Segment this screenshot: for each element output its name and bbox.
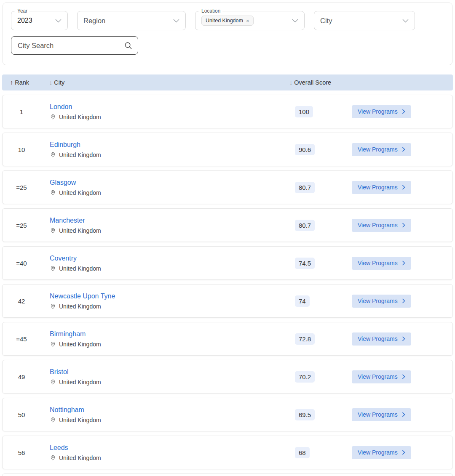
city-link[interactable]: Edinburgh — [50, 141, 80, 149]
view-programs-button[interactable]: View Programs — [352, 257, 411, 270]
chevron-down-icon — [173, 19, 179, 23]
chip-remove-icon[interactable]: × — [246, 18, 249, 24]
action-cell: View Programs — [351, 370, 452, 383]
view-programs-button[interactable]: View Programs — [352, 181, 411, 194]
score-badge: 68 — [295, 447, 310, 458]
rank-value: 50 — [3, 411, 40, 418]
score-cell: 70.2 — [284, 371, 351, 383]
city-link[interactable]: Coventry — [50, 255, 77, 262]
city-dropdown-box[interactable]: City — [314, 11, 415, 30]
filters-row: Year 2023 Region Location — [3, 3, 452, 31]
score-cell: 90.6 — [284, 144, 351, 155]
city-dropdown-placeholder: City — [320, 17, 332, 25]
view-programs-button[interactable]: View Programs — [352, 143, 411, 156]
chevron-right-icon — [402, 147, 405, 152]
view-programs-button[interactable]: View Programs — [352, 105, 411, 118]
chevron-right-icon — [402, 412, 405, 417]
region-dropdown-placeholder: Region — [83, 17, 105, 25]
table-body: 1 London United Kingdom 100 View Program… — [0, 95, 455, 469]
view-programs-label: View Programs — [358, 373, 398, 380]
search-row — [3, 31, 452, 55]
chevron-right-icon — [402, 336, 405, 341]
country-name: United Kingdom — [59, 265, 101, 272]
city-search-box[interactable] — [11, 36, 138, 55]
score-cell: 74.5 — [284, 258, 351, 269]
chevron-right-icon — [402, 185, 405, 190]
rank-value: 49 — [3, 373, 40, 380]
view-programs-label: View Programs — [358, 146, 398, 153]
location-pin-icon — [50, 152, 56, 158]
location-pin-icon — [50, 341, 56, 347]
column-header-overall-score-label: Overall Score — [294, 79, 331, 86]
country-name: United Kingdom — [59, 152, 101, 158]
sort-desc-icon: ↓ — [49, 79, 52, 86]
city-link[interactable]: Birmingham — [50, 330, 86, 338]
rank-value: 42 — [3, 298, 40, 305]
city-link[interactable]: Glasgow — [50, 179, 76, 186]
column-header-city[interactable]: ↓ City — [40, 79, 284, 86]
country-label: United Kingdom — [50, 265, 284, 272]
location-pin-icon — [50, 303, 56, 309]
country-name: United Kingdom — [59, 379, 101, 386]
action-cell: View Programs — [351, 105, 452, 118]
score-cell: 74 — [284, 295, 351, 307]
score-cell: 72.8 — [284, 333, 351, 345]
location-pin-icon — [50, 227, 56, 234]
action-cell: View Programs — [351, 332, 452, 346]
city-link[interactable]: Manchester — [50, 217, 85, 224]
city-link[interactable]: Newcastle Upon Tyne — [50, 293, 115, 300]
page: Year 2023 Region Location — [0, 3, 455, 476]
region-dropdown-box[interactable]: Region — [77, 11, 186, 30]
city-cell: Bristol United Kingdom — [40, 368, 284, 386]
view-programs-button[interactable]: View Programs — [352, 332, 411, 346]
city-cell: Newcastle Upon Tyne United Kingdom — [40, 293, 284, 310]
city-cell: Coventry United Kingdom — [40, 255, 284, 272]
column-header-overall-score[interactable]: ↓ Overall Score — [284, 79, 352, 86]
city-cell: Nottingham United Kingdom — [40, 406, 284, 423]
score-cell: 100 — [284, 106, 351, 117]
view-programs-button[interactable]: View Programs — [352, 295, 411, 308]
score-cell: 69.5 — [284, 409, 351, 420]
city-link[interactable]: Nottingham — [50, 406, 84, 414]
chevron-right-icon — [402, 450, 405, 455]
city-dropdown[interactable]: City — [314, 8, 415, 31]
region-dropdown[interactable]: Region — [77, 8, 186, 31]
chevron-down-icon — [55, 19, 62, 23]
city-link[interactable]: Leeds — [50, 444, 68, 452]
country-label: United Kingdom — [50, 152, 284, 158]
action-cell: View Programs — [351, 181, 452, 194]
table-row: =45 Birmingham United Kingdom 72.8 View … — [2, 322, 453, 356]
rank-value: =25 — [3, 184, 40, 191]
view-programs-label: View Programs — [358, 108, 398, 115]
location-dropdown-label: Location — [199, 8, 222, 14]
city-cell: Manchester United Kingdom — [40, 217, 284, 234]
score-badge: 100 — [295, 106, 313, 117]
view-programs-button[interactable]: View Programs — [352, 446, 411, 459]
column-header-rank[interactable]: ↑ Rank — [2, 79, 40, 86]
year-dropdown[interactable]: Year 2023 — [11, 8, 68, 31]
location-pin-icon — [50, 114, 56, 120]
table-row: 42 Newcastle Upon Tyne United Kingdom 74… — [2, 284, 453, 318]
action-cell: View Programs — [351, 219, 452, 232]
country-name: United Kingdom — [59, 417, 101, 423]
city-cell: Leeds United Kingdom — [40, 444, 284, 461]
view-programs-label: View Programs — [358, 411, 398, 418]
country-name: United Kingdom — [59, 114, 101, 120]
city-link[interactable]: Bristol — [50, 368, 68, 376]
chevron-right-icon — [402, 223, 405, 228]
city-link[interactable]: London — [50, 103, 72, 111]
country-label: United Kingdom — [50, 189, 284, 196]
view-programs-button[interactable]: View Programs — [352, 408, 411, 421]
country-name: United Kingdom — [59, 341, 101, 348]
table-row: =25 Glasgow United Kingdom 80.7 View Pro… — [2, 170, 453, 204]
table-row: 56 Leeds United Kingdom 68 View Programs — [2, 436, 453, 469]
country-label: United Kingdom — [50, 417, 284, 423]
view-programs-button[interactable]: View Programs — [352, 219, 411, 232]
location-dropdown[interactable]: Location United Kingdom × — [195, 8, 305, 31]
view-programs-button[interactable]: View Programs — [352, 370, 411, 383]
country-label: United Kingdom — [50, 227, 284, 234]
score-badge: 80.7 — [295, 220, 315, 231]
table-header: ↑ Rank ↓ City ↓ Overall Score — [2, 74, 453, 90]
view-programs-label: View Programs — [358, 260, 398, 266]
city-search-input[interactable] — [17, 41, 124, 50]
